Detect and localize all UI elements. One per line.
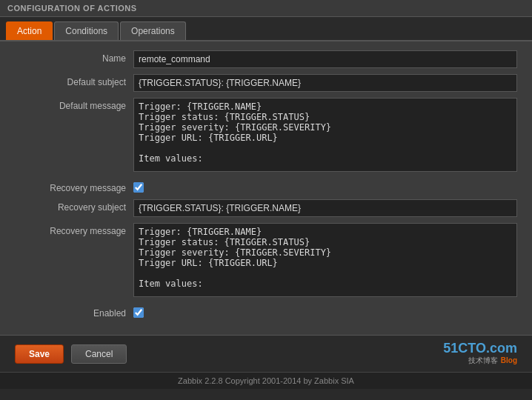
name-label: Name	[15, 50, 133, 64]
default-message-label: Default message	[15, 98, 133, 111]
cancel-button[interactable]: Cancel	[71, 344, 127, 364]
recovery-subject-input[interactable]	[133, 199, 517, 217]
recovery-message-checkbox-wrapper	[133, 180, 517, 193]
title-bar: CONFIGURATION OF ACTIONS	[0, 0, 532, 17]
default-message-row: Default message Trigger: {TRIGGER.NAME} …	[15, 98, 517, 174]
button-group: Save Cancel	[15, 344, 127, 364]
recovery-message-textarea[interactable]: Trigger: {TRIGGER.NAME} Trigger status: …	[133, 223, 517, 297]
default-subject-field-wrapper	[133, 74, 517, 92]
tab-action[interactable]: Action	[6, 21, 53, 40]
default-subject-label: Default subject	[15, 74, 133, 87]
default-subject-input[interactable]	[133, 74, 517, 92]
enabled-checkbox[interactable]	[133, 307, 144, 318]
footer-bar: Save Cancel 51CTO.com 技术博客 Blog	[0, 335, 532, 372]
recovery-message2-row: Recovery message Trigger: {TRIGGER.NAME}…	[15, 223, 517, 299]
enabled-row: Enabled	[15, 305, 517, 319]
enabled-checkbox-wrapper	[133, 305, 517, 318]
name-field-wrapper	[133, 50, 517, 68]
logo-main: 51CTO.com	[443, 341, 517, 355]
recovery-message-row: Recovery message	[15, 180, 517, 193]
recovery-message-checkbox[interactable]	[133, 182, 144, 193]
default-message-field-wrapper: Trigger: {TRIGGER.NAME} Trigger status: …	[133, 98, 517, 174]
logo-sub: 技术博客	[468, 356, 498, 366]
form-content: Name Default subject Default message Tri…	[0, 41, 532, 335]
recovery-message2-label: Recovery message	[15, 223, 133, 236]
default-message-textarea[interactable]: Trigger: {TRIGGER.NAME} Trigger status: …	[133, 98, 517, 172]
name-row: Name	[15, 50, 517, 68]
tabs-bar: Action Conditions Operations	[0, 17, 532, 41]
recovery-subject-field-wrapper	[133, 199, 517, 217]
copyright-bar: Zabbix 2.2.8 Copyright 2001-2014 by Zabb…	[0, 372, 532, 389]
tab-conditions[interactable]: Conditions	[54, 21, 119, 40]
name-input[interactable]	[133, 50, 517, 68]
copyright-text: Zabbix 2.2.8 Copyright 2001-2014 by Zabb…	[178, 376, 354, 385]
recovery-message2-field-wrapper: Trigger: {TRIGGER.NAME} Trigger status: …	[133, 223, 517, 299]
enabled-label: Enabled	[15, 305, 133, 319]
recovery-subject-label: Recovery subject	[15, 199, 133, 213]
recovery-message-label: Recovery message	[15, 180, 133, 193]
default-subject-row: Default subject	[15, 74, 517, 92]
recovery-subject-row: Recovery subject	[15, 199, 517, 217]
save-button[interactable]: Save	[15, 344, 64, 364]
tab-operations[interactable]: Operations	[120, 21, 186, 40]
page-title: CONFIGURATION OF ACTIONS	[7, 4, 137, 13]
logo-area: 51CTO.com 技术博客 Blog	[443, 341, 517, 366]
logo-blog: Blog	[501, 356, 517, 364]
